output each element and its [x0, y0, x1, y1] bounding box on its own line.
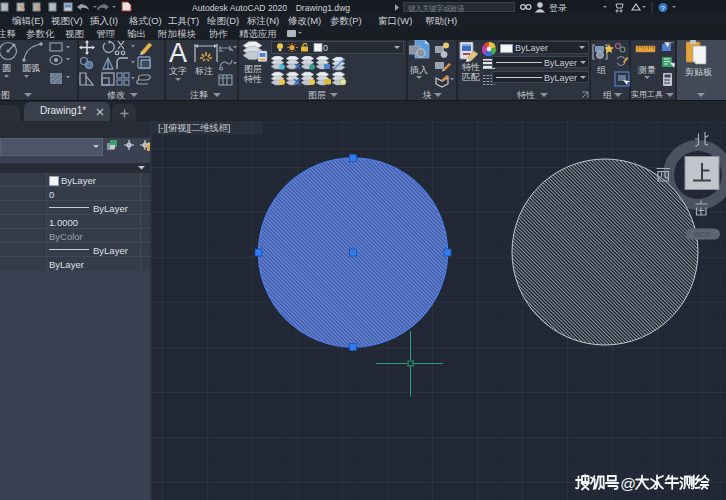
svg-text:@: @: [620, 475, 636, 492]
svg-text:?: ?: [661, 4, 666, 13]
svg-text:WCS: WCS: [694, 231, 711, 238]
svg-text:圆弧: 圆弧: [22, 63, 40, 73]
svg-text:登录: 登录: [549, 3, 567, 13]
svg-text:圆: 圆: [2, 63, 11, 73]
